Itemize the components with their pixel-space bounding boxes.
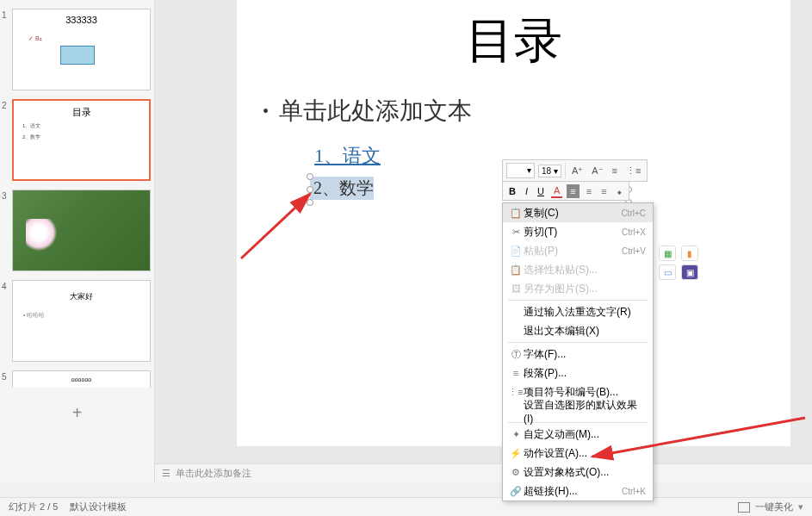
beautify-dropdown-icon[interactable]: ▾: [798, 501, 803, 513]
menu-item-label: 通过输入法重选文字(R): [524, 305, 646, 320]
menu-item-label: 自定义动画(M)...: [524, 427, 646, 442]
beautify-icon: [738, 502, 750, 513]
status-bar: 幻灯片 2 / 5 默认设计模板 一键美化 ▾: [0, 497, 812, 516]
menu-item-shortcut: Ctrl+X: [622, 227, 646, 237]
font-family-dropdown[interactable]: ▾: [506, 163, 535, 178]
placeholder-text: 单击此处添加文本: [279, 95, 472, 127]
context-menu: 📋复制(C)Ctrl+C✂剪切(T)Ctrl+X📄粘贴(P)Ctrl+V📋选择性…: [502, 202, 654, 501]
menu-item[interactable]: 通过输入法重选文字(R): [503, 302, 653, 321]
menu-item[interactable]: 退出文本编辑(X): [503, 321, 653, 340]
menu-item-label: 复制(C): [524, 206, 621, 221]
table-pill-icon[interactable]: ▦: [659, 246, 676, 261]
italic-button[interactable]: I: [523, 185, 530, 197]
align-button[interactable]: ≡: [567, 184, 579, 198]
menu-item: 📋选择性粘贴(S)...: [503, 260, 653, 279]
thumbnail-panel[interactable]: 1 333333 ✓ B₂ 2 目录 1、语文 2、数学 3 4: [0, 0, 155, 482]
image-pill-icon[interactable]: ▭: [659, 264, 676, 280]
thumb-text: • 哈哈哈: [23, 311, 150, 320]
menu-item-label: 动作设置(A)...: [524, 446, 646, 461]
menu-item-label: 退出文本编辑(X): [524, 324, 646, 339]
align-center-button[interactable]: ≡: [584, 185, 594, 197]
menu-item[interactable]: ≡段落(P)...: [503, 364, 653, 382]
menu-item[interactable]: ⚙设置对象格式(O)...: [503, 463, 653, 482]
thumb-num: 4: [2, 280, 12, 362]
bullets-button[interactable]: ≡: [610, 164, 620, 177]
slide-title[interactable]: 目录: [466, 9, 562, 74]
align-right-button[interactable]: ≡: [598, 185, 609, 197]
menu-item-icon: 📋: [508, 208, 524, 219]
mini-toolbar: ▾ 18 ▾ A⁺ A⁻ ≡ ⋮≡: [502, 159, 648, 182]
chart-pill-icon[interactable]: ▮: [681, 246, 698, 261]
menu-item-icon: 📄: [508, 246, 524, 257]
menu-item-label: 超链接(H)...: [524, 484, 622, 499]
thumb-line2: 2、数学: [22, 134, 149, 141]
menu-separator: [508, 300, 648, 301]
font-size-dropdown[interactable]: 18 ▾: [538, 165, 561, 177]
menu-separator: [508, 342, 648, 343]
menu-item-label: 粘贴(P): [524, 244, 622, 258]
menu-item[interactable]: 设置自选图形的默认效果(I): [503, 401, 653, 420]
resize-handle[interactable]: [307, 199, 313, 206]
notes-bar[interactable]: ☰ 单击此处添加备注: [155, 463, 812, 482]
menu-item-shortcut: Ctrl+C: [621, 208, 646, 218]
menu-item-label: 剪切(T): [524, 225, 622, 239]
notes-icon: ☰: [162, 468, 170, 479]
thumb-title: 目录: [14, 106, 149, 119]
thumb-title: oooooo: [13, 376, 150, 382]
format-toolbar: B I U A ≡ ≡ ≡ ⬥: [502, 182, 629, 201]
shape-button[interactable]: ⬥: [614, 185, 625, 197]
add-slide-button[interactable]: +: [0, 396, 154, 430]
menu-item[interactable]: ✦自定义动画(M)...: [503, 425, 653, 444]
decrease-font-button[interactable]: A⁻: [589, 164, 605, 178]
increase-font-button[interactable]: A⁺: [569, 164, 586, 178]
thumb-title: 333333: [13, 15, 150, 25]
menu-item-icon: ✂: [508, 227, 524, 238]
menu-item-label: 设置对象格式(O)...: [524, 465, 646, 480]
thumb-num: 3: [2, 190, 12, 271]
thumbnail-5[interactable]: 5 oooooo: [2, 370, 151, 388]
menu-item-icon: 📋: [508, 264, 524, 276]
menu-item-label: 选择性粘贴(S)...: [524, 263, 646, 277]
menu-item-shortcut: Ctrl+K: [622, 487, 646, 496]
menu-item-icon: ≡: [508, 368, 524, 378]
resize-handle[interactable]: [307, 186, 313, 193]
thumb-line1: 1、语文: [22, 122, 149, 130]
menu-item[interactable]: 📋复制(C)Ctrl+C: [503, 203, 653, 222]
insert-pills: ▦ ▮ ▭ ▣: [659, 246, 700, 280]
thumbnail-1[interactable]: 1 333333 ✓ B₂: [2, 9, 151, 90]
edit-area: 目录 • 单击此处添加文本 1、语文 2、数学: [155, 0, 812, 482]
font-color-button[interactable]: A: [551, 184, 562, 198]
resize-handle[interactable]: [307, 173, 313, 180]
template-name: 默认设计模板: [70, 500, 127, 513]
menu-item-icon: ⋮≡: [508, 387, 524, 398]
menu-item[interactable]: 🔗超链接(H)...Ctrl+K: [503, 482, 653, 500]
menu-item[interactable]: ✂剪切(T)Ctrl+X: [503, 222, 653, 241]
beautify-button[interactable]: 一键美化: [755, 500, 793, 513]
selected-text[interactable]: 2、数学: [310, 177, 374, 200]
media-pill-icon[interactable]: ▣: [681, 264, 698, 280]
thumb-image: [13, 190, 150, 270]
notes-placeholder: 单击此处添加备注: [176, 467, 251, 480]
menu-item-label: 字体(F)...: [524, 347, 646, 362]
menu-item-icon: 🖼: [508, 283, 524, 294]
menu-item-label: 另存为图片(S)...: [524, 282, 646, 296]
bold-button[interactable]: B: [506, 185, 518, 197]
menu-item[interactable]: ⚡动作设置(A)...: [503, 444, 653, 463]
numbering-button[interactable]: ⋮≡: [623, 164, 643, 178]
body-placeholder[interactable]: • 单击此处添加文本: [263, 95, 765, 127]
menu-item-label: 设置自选图形的默认效果(I): [524, 398, 646, 425]
thumbnail-2[interactable]: 2 目录 1、语文 2、数学: [2, 99, 151, 181]
thumbnail-3[interactable]: 3: [2, 190, 151, 271]
menu-item: 📄粘贴(P)Ctrl+V: [503, 241, 653, 260]
menu-item: 🖼另存为图片(S)...: [503, 279, 653, 298]
underline-button[interactable]: U: [535, 185, 547, 197]
menu-item-icon: Ⓣ: [508, 348, 524, 361]
menu-item[interactable]: Ⓣ字体(F)...: [503, 345, 653, 364]
slide-counter: 幻灯片 2 / 5: [9, 500, 58, 513]
menu-item-icon: 🔗: [508, 486, 524, 497]
thumb-rect: [60, 46, 95, 65]
thumbnail-4[interactable]: 4 大家好 • 哈哈哈: [2, 280, 151, 362]
menu-item-label: 段落(P)...: [524, 366, 646, 381]
menu-item-icon: ✦: [508, 429, 524, 440]
thumb-b-text: ✓ B₂: [28, 35, 42, 42]
